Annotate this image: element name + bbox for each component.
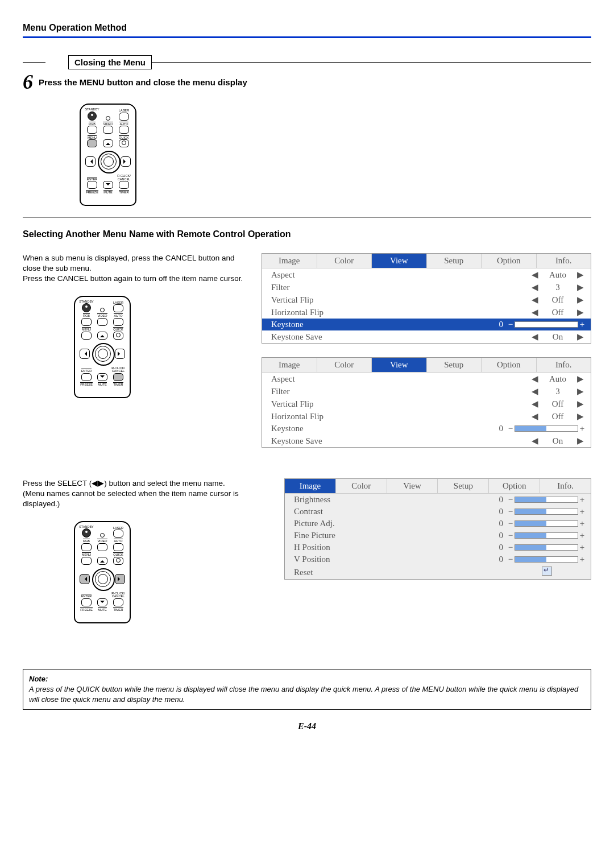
para-select-2: (Menu names cannot be selected when the … xyxy=(23,489,244,509)
rc-label-cancel: CANCEL xyxy=(112,595,125,598)
osd-row-vertical-flip: Vertical Flip◀Off▶ xyxy=(262,294,591,306)
rc-auto-button xyxy=(113,318,123,326)
osd-row-filter: Filter◀3▶ xyxy=(262,281,591,294)
rc-enter-button xyxy=(81,373,92,381)
rc-dpad xyxy=(80,341,125,366)
rc-right-button xyxy=(121,156,131,167)
rc-label-rgb: RGB xyxy=(83,313,90,318)
rc-right-button xyxy=(115,574,125,584)
osd-row-aspect: Aspect◀Auto▶ xyxy=(262,268,591,281)
osd-tab-info: Info. xyxy=(540,479,591,494)
osd-tab-image: Image xyxy=(285,479,336,494)
rc-label-mute: MUTE xyxy=(103,190,113,195)
rc-auto-button xyxy=(119,126,129,134)
rc-up-button xyxy=(97,557,107,565)
osd-row-v-position: V Position0−+ xyxy=(285,553,591,565)
rc-up-button xyxy=(97,332,107,340)
rc-down-button xyxy=(97,373,107,381)
triangle-left-icon xyxy=(82,352,87,356)
osd-tab-view: View xyxy=(372,254,427,268)
osd-tab-setup: Setup xyxy=(427,358,482,373)
note-box: Note: A press of the QUICK button while … xyxy=(23,669,591,710)
osd-tab-info: Info. xyxy=(537,254,591,268)
rc-label-timer: TIMER xyxy=(113,607,123,612)
osd-view-no-selection: ImageColorViewSetupOptionInfo. Aspect◀Au… xyxy=(262,357,591,448)
rc-label-video: VIDEO xyxy=(103,122,113,126)
rc-label-standby: STANDBY xyxy=(85,108,99,111)
rc-label-video: VIDEO xyxy=(97,313,107,318)
rc-laser-button xyxy=(119,113,129,121)
rc-dpad xyxy=(80,566,125,591)
remote-illustration-3: STANDBY LASER RGB VIDEO AUTO MENU QUICK xyxy=(74,521,244,623)
rc-video-button xyxy=(97,543,107,551)
osd-tab-view: View xyxy=(372,358,427,373)
osd-tab-setup: Setup xyxy=(438,479,489,494)
rc-laser-button xyxy=(113,530,123,538)
rc-label-cancel: CANCEL xyxy=(112,370,125,373)
osd-tab-view: View xyxy=(387,479,438,494)
rc-video-button xyxy=(103,126,113,134)
osd-tab-color: Color xyxy=(336,479,387,494)
rc-enter-button xyxy=(87,181,97,189)
rc-label-mute: MUTE xyxy=(98,607,107,612)
osd-image-menu: ImageColorViewSetupOptionInfo. Brightnes… xyxy=(284,478,591,580)
rc-label-quick: QUICK xyxy=(119,135,128,140)
page: Menu Operation Method Closing the Menu 6… xyxy=(0,0,614,743)
rc-auto-button xyxy=(113,543,123,551)
osd-row-h-position: H Position0−+ xyxy=(285,542,591,553)
triangle-left-icon xyxy=(88,159,93,164)
rc-led xyxy=(100,308,105,312)
step-number-6: 6 xyxy=(23,72,33,92)
remote-illustration-2: STANDBY LASER RGB VIDEO AUTO MENU QUICK xyxy=(74,296,244,398)
osd-row-filter: Filter◀3▶ xyxy=(262,385,591,398)
page-number: E-44 xyxy=(23,721,591,731)
triangle-right-icon xyxy=(123,159,128,164)
rc-video-button xyxy=(97,318,107,326)
step-6-row: 6 Press the MENU button and close the me… xyxy=(23,72,591,92)
para-cancel-1: When a sub menu is displayed, press the … xyxy=(23,253,244,274)
osd-row-horizontal-flip: Horizontal Flip◀Off▶ xyxy=(262,306,591,319)
osd-row-keystone: Keystone0−+ xyxy=(262,423,591,435)
rc-rgb-button xyxy=(87,126,97,134)
para-select-1: Press the SELECT (◀▶) button and select … xyxy=(23,478,244,489)
rc-menu-button xyxy=(87,139,97,147)
osd-row-fine-picture: Fine Picture0−+ xyxy=(285,530,591,542)
osd-row-reset: Reset xyxy=(285,565,591,579)
rc-quick-button xyxy=(119,139,129,147)
osd-tab-option: Option xyxy=(482,358,537,373)
rc-rgb-button xyxy=(81,318,92,326)
osd-tab-option: Option xyxy=(482,254,537,268)
remote-illustration-1: STANDBY LASER RGB VIDEO AUTO MENU QUICK … xyxy=(80,104,591,206)
osd-row-picture-adj-: Picture Adj.0−+ xyxy=(285,518,591,530)
rc-led xyxy=(106,116,110,121)
osd-row-keystone: Keystone0−+ xyxy=(262,319,591,330)
osd-tab-setup: Setup xyxy=(427,254,482,268)
rc-label-menu: MENU xyxy=(82,552,91,557)
osd-row-keystone-save: Keystone Save◀On▶ xyxy=(262,330,591,343)
osd-tab-image: Image xyxy=(262,358,317,373)
rc-label-freeze: FREEZE xyxy=(86,190,98,195)
osd-row-horizontal-flip: Horizontal Flip◀Off▶ xyxy=(262,410,591,423)
rc-label-quick: QUICK xyxy=(113,327,123,332)
rc-label-mute: MUTE xyxy=(98,382,107,387)
rc-menu-button xyxy=(81,557,92,565)
triangle-right-icon xyxy=(118,352,122,356)
osd-tab-color: Color xyxy=(317,254,372,268)
rc-menu-button xyxy=(81,332,92,340)
rc-label-enter: ENTER xyxy=(81,594,92,598)
rc-dpad xyxy=(85,148,131,173)
osd-tab-info: Info. xyxy=(537,358,591,373)
rc-standby-button xyxy=(82,528,91,538)
rc-enter-button xyxy=(81,598,92,606)
rc-label-enter: ENTER xyxy=(81,369,92,373)
rc-label-quick: QUICK xyxy=(113,552,123,557)
rc-label-menu: MENU xyxy=(82,327,91,332)
rc-label-rgb: RGB xyxy=(89,122,96,126)
osd-row-aspect: Aspect◀Auto▶ xyxy=(262,373,591,385)
rc-left-button xyxy=(85,156,96,167)
rc-led xyxy=(100,533,105,538)
rc-quick-button xyxy=(113,332,123,340)
rc-label-auto: AUTO xyxy=(119,122,128,126)
step-6-text: Press the MENU button and close the menu… xyxy=(39,77,247,87)
rc-standby-button xyxy=(82,303,91,312)
